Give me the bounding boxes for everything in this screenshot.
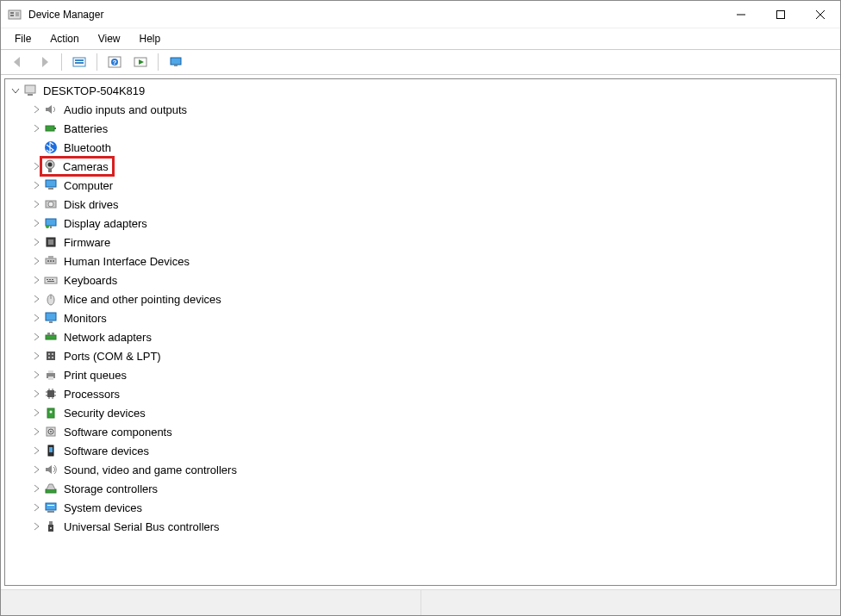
expander-closed-icon[interactable] — [29, 522, 43, 531]
menu-action[interactable]: Action — [41, 31, 87, 47]
show-hidden-button[interactable] — [67, 52, 91, 72]
expander-closed-icon[interactable] — [29, 370, 43, 379]
device-category-node[interactable]: Cameras — [5, 157, 836, 176]
device-category-node[interactable]: Print queues — [5, 365, 836, 384]
device-category-node[interactable]: Monitors — [5, 308, 836, 327]
expander-closed-icon[interactable] — [29, 238, 43, 246]
svg-rect-21 — [54, 128, 56, 129]
category-label: System devices — [64, 501, 142, 514]
category-label: Cameras — [63, 160, 109, 173]
network-icon — [43, 330, 59, 344]
expander-closed-icon[interactable] — [29, 333, 43, 341]
svg-rect-59 — [48, 376, 53, 380]
category-label: Human Interface Devices — [64, 255, 190, 268]
device-category-node[interactable]: Security devices — [5, 403, 836, 422]
port-icon — [43, 349, 59, 363]
category-label: Security devices — [64, 407, 146, 420]
menu-file[interactable]: File — [6, 31, 40, 47]
svg-rect-75 — [49, 447, 53, 452]
help-button[interactable]: ? — [103, 52, 127, 72]
svg-rect-50 — [47, 333, 50, 335]
svg-rect-20 — [46, 126, 54, 131]
svg-rect-9 — [75, 59, 84, 61]
expander-open-icon[interactable] — [9, 86, 22, 95]
device-category-node[interactable]: Universal Serial Bus controllers — [5, 517, 836, 536]
expander-closed-icon[interactable] — [29, 124, 43, 133]
category-label: Bluetooth — [64, 141, 111, 154]
camera-icon — [42, 159, 58, 173]
device-category-node[interactable]: Ports (COM & LPT) — [5, 346, 836, 365]
device-category-node[interactable]: Sound, video and game controllers — [5, 460, 836, 479]
titlebar: Device Manager — [1, 1, 840, 28]
scan-hardware-button[interactable] — [128, 52, 153, 72]
device-category-node[interactable]: Audio inputs and outputs — [5, 100, 836, 119]
svg-rect-60 — [47, 390, 54, 397]
expander-closed-icon[interactable] — [29, 295, 43, 303]
svg-rect-17 — [174, 65, 178, 66]
device-category-node[interactable]: Network adapters — [5, 327, 836, 346]
forward-button[interactable] — [32, 52, 56, 72]
device-category-node[interactable]: Storage controllers — [5, 479, 836, 498]
expander-closed-icon[interactable] — [29, 181, 43, 190]
svg-rect-2 — [10, 15, 14, 16]
expander-closed-icon[interactable] — [29, 314, 43, 322]
processor-icon — [43, 387, 59, 401]
security-icon — [43, 406, 59, 420]
firmware-icon — [43, 235, 59, 249]
device-category-node[interactable]: System devices — [5, 498, 836, 517]
device-category-node[interactable]: Batteries — [5, 119, 836, 138]
window-title: Device Manager — [28, 9, 103, 21]
svg-rect-42 — [49, 279, 51, 280]
device-category-node[interactable]: Firmware — [5, 233, 836, 252]
svg-rect-58 — [48, 370, 53, 373]
expander-closed-icon[interactable] — [29, 389, 43, 398]
device-category-node[interactable]: Computer — [5, 176, 836, 195]
menu-help[interactable]: Help — [131, 31, 170, 47]
battery-icon — [43, 121, 59, 135]
device-category-node[interactable]: Processors — [5, 384, 836, 403]
category-label: Network adapters — [64, 331, 152, 344]
device-category-node[interactable]: Mice and other pointing devices — [5, 289, 836, 308]
maximize-button[interactable] — [761, 1, 801, 28]
device-category-node[interactable]: Software devices — [5, 441, 836, 460]
svg-point-37 — [47, 260, 49, 262]
expander-closed-icon[interactable] — [29, 465, 43, 474]
back-button[interactable] — [6, 52, 30, 72]
expander-closed-icon[interactable] — [29, 408, 43, 417]
expander-closed-icon[interactable] — [29, 219, 43, 227]
expander-closed-icon[interactable] — [29, 257, 43, 265]
computer-root-node[interactable]: DESKTOP-504K819 — [5, 81, 836, 100]
close-button[interactable] — [801, 1, 840, 28]
device-category-node[interactable]: Software components — [5, 422, 836, 441]
svg-rect-49 — [46, 335, 56, 339]
svg-rect-44 — [47, 281, 54, 282]
device-tree[interactable]: DESKTOP-504K819 Audio inputs and outputs… — [4, 78, 837, 586]
printer-icon — [43, 368, 59, 382]
expander-closed-icon[interactable] — [29, 105, 43, 114]
expander-closed-icon[interactable] — [29, 276, 43, 284]
svg-rect-18 — [25, 85, 35, 93]
expander-closed-icon[interactable] — [29, 503, 43, 512]
device-category-node[interactable]: Keyboards — [5, 271, 836, 289]
svg-rect-1 — [10, 12, 14, 14]
svg-point-82 — [50, 527, 52, 529]
device-category-node[interactable]: Disk drives — [5, 195, 836, 214]
expander-closed-icon[interactable] — [29, 427, 43, 436]
category-label: Monitors — [64, 312, 107, 325]
svg-rect-77 — [46, 503, 56, 510]
svg-rect-48 — [49, 321, 53, 323]
monitor-button[interactable] — [164, 52, 188, 72]
expander-closed-icon[interactable] — [29, 200, 43, 208]
svg-rect-40 — [45, 277, 57, 283]
menu-view[interactable]: View — [90, 31, 129, 47]
device-category-node[interactable]: Bluetooth — [5, 138, 836, 157]
svg-rect-3 — [16, 12, 19, 16]
expander-closed-icon[interactable] — [29, 484, 43, 493]
expander-closed-icon[interactable] — [29, 446, 43, 455]
expander-closed-icon[interactable] — [29, 352, 43, 360]
bluetooth-icon — [43, 140, 59, 154]
category-label: Computer — [64, 179, 113, 192]
device-category-node[interactable]: Human Interface Devices — [5, 252, 836, 271]
device-category-node[interactable]: Display adapters — [5, 214, 836, 233]
minimize-button[interactable] — [721, 1, 761, 28]
